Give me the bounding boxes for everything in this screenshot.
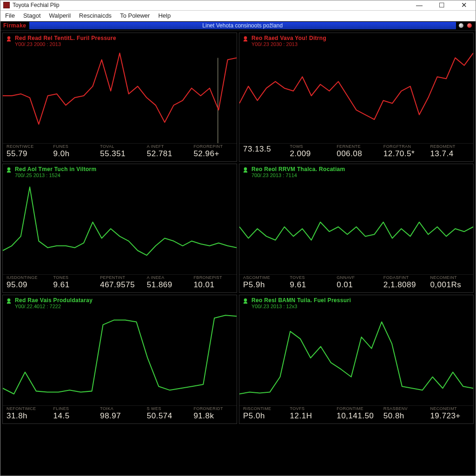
chart-panel[interactable]: Red Rae Vais Produldataray Y00/.22.4012 … [2, 295, 237, 424]
metric-cell: IUSDONTINGE 95.09 [3, 275, 50, 292]
sensor-icon [242, 298, 249, 304]
empty-footer [0, 426, 476, 476]
metric-label: NECOMEINT [430, 276, 469, 280]
svg-point-4 [244, 167, 246, 170]
metrics-row: ASCOMTIME P5.9h TOVES 9.61 GNNAVF 0.01 F… [239, 274, 473, 292]
chart-panel[interactable]: Red Aol Tmer Tuch in Viltorm 700/.25 201… [2, 164, 237, 293]
metric-value: 12.1H [290, 411, 312, 420]
metric-value: 50.8h [383, 411, 404, 420]
metric-label: RISCONTIME [243, 407, 283, 411]
line-chart[interactable] [239, 48, 473, 143]
panel-subtitle: Y00/.23 2030 : 2013 [251, 41, 326, 47]
metric-cell: NEFONTIMCE 31.8h [3, 406, 50, 423]
metric-label: FBRONEPIST [193, 276, 233, 280]
metric-cell: TOVFS 12.1H [286, 406, 333, 423]
metric-label: A INEEA [147, 276, 186, 280]
svg-point-3 [7, 167, 10, 170]
maximize-button[interactable]: ☐ [435, 1, 449, 9]
line-chart[interactable] [3, 179, 237, 274]
menu-rescinaicds[interactable]: Rescinaicds [79, 12, 112, 19]
metric-label: RSASBENV [383, 407, 423, 411]
metric-cell: FOROREPINT 52.96+ [190, 144, 237, 161]
metric-value: 9.0h [53, 149, 70, 158]
sensor-icon [6, 298, 12, 304]
status-bar: Firmake Linet Vehota consinoots požland [0, 21, 476, 31]
metric-value: 0,001Rs [430, 280, 461, 289]
menu-file[interactable]: File [5, 12, 15, 19]
chart-panel[interactable]: Reo Resl BAMN Tuila. Fuel Pressuri Y00/.… [239, 295, 474, 424]
panel-header: Red Read Rel TentitL. Furil Pressure Y00… [3, 33, 237, 48]
metric-cell: 73.13.5 [239, 144, 286, 161]
metric-label: TOVES [290, 276, 330, 280]
metric-cell: TONES 9.61 [50, 275, 97, 292]
panel-subtitle: 700/.25 2013 : 1524 [15, 172, 97, 178]
chart-panel[interactable]: Reo Raed Vava You! Ditrng Y00/.23 2030 :… [239, 33, 474, 162]
metric-label: FORONERIDT [193, 407, 233, 411]
metric-value: 10.01 [193, 280, 214, 289]
line-chart[interactable] [3, 311, 237, 405]
metric-cell: REONTIWCE 55.79 [3, 144, 50, 161]
metric-label: GNNAVF [337, 276, 376, 280]
metric-value: 13.7.4 [430, 149, 453, 158]
metric-value: 9.61 [290, 280, 306, 289]
metric-cell: FORGFTRAN 12.70.5* [380, 144, 427, 161]
panel-subtitle: Y00/.23 2000 : 2013 [15, 41, 116, 47]
svg-point-6 [244, 298, 246, 301]
chart-panel[interactable]: Red Read Rel TentitL. Furil Pressure Y00… [2, 33, 237, 162]
firmware-label: Firmake [0, 22, 29, 29]
metric-cell: PEPENTINT 467.9575 [96, 275, 143, 292]
metric-label: FODASFINT [383, 276, 423, 280]
metric-label: S WES [147, 407, 186, 411]
metric-value: 98.97 [100, 411, 121, 420]
panel-subtitle: 700/.23 2013 : 7114 [251, 172, 345, 178]
metric-cell: RISCONTIME P5.0h [239, 406, 286, 423]
menu-walperil[interactable]: Walperil [49, 12, 71, 19]
metric-cell: FORONERIDT 91.8k [190, 406, 237, 423]
minimize-button[interactable]: — [412, 1, 426, 9]
panel-header: Red Aol Tmer Tuch in Viltorm 700/.25 201… [3, 164, 237, 179]
metric-value: 12.70.5* [383, 149, 415, 158]
metric-value: 50.574 [147, 411, 172, 420]
metric-value: P5.0h [243, 411, 265, 420]
menu-help[interactable]: Help [158, 12, 171, 19]
metric-label: FUNES [53, 145, 93, 149]
app-icon [3, 2, 10, 8]
menubar: File Stagot Walperil Rescinaicds To Pole… [0, 11, 476, 21]
metric-cell: A INEEA 51.869 [143, 275, 190, 292]
line-chart[interactable] [3, 48, 237, 143]
menu-stagot[interactable]: Stagot [23, 12, 41, 19]
metric-cell: TOWS 2.009 [286, 144, 333, 161]
metric-label: NECONEIMT [430, 407, 469, 411]
svg-point-0 [7, 36, 10, 39]
panel-title: Red Rae Vais Produldataray [15, 297, 93, 304]
panel-title: Red Aol Tmer Tuch in Viltorm [15, 166, 97, 172]
chart-panel[interactable]: Reo Reol RRVM Thalca. Rocatiam 700/.23 2… [239, 164, 474, 293]
metric-cell: RSASBENV 50.8h [380, 406, 427, 423]
metric-label: TOVAL [100, 145, 139, 149]
sensor-icon [6, 36, 12, 42]
line-chart[interactable] [239, 179, 473, 274]
chart-grid: Red Read Rel TentitL. Furil Pressure Y00… [0, 31, 476, 426]
metric-label: FERNENTE [337, 145, 376, 149]
metric-cell: FODASFINT 2,1.8089 [380, 275, 427, 292]
metric-value: 55.351 [100, 149, 126, 158]
metric-label: TOVFS [290, 407, 330, 411]
svg-point-5 [7, 298, 10, 301]
titlebar[interactable]: Toyota Fechial Plip — ☐ ✕ [0, 0, 476, 11]
metric-cell: NECOMEINT 0,001Rs [426, 275, 473, 292]
status-indicator-grey-icon [459, 23, 463, 28]
status-message: Linet Vehota consinoots požland [29, 22, 456, 29]
metric-value: 2.009 [290, 149, 311, 158]
close-button[interactable]: ✕ [457, 1, 471, 9]
panel-title: Red Read Rel TentitL. Furil Pressure [15, 35, 116, 41]
metric-cell: ASCOMTIME P5.9h [239, 275, 286, 292]
menu-to-polewer[interactable]: To Polewer [120, 12, 150, 19]
line-chart[interactable] [239, 311, 473, 405]
metric-cell: FERNENTE 006.08 [333, 144, 380, 161]
app-window: Toyota Fechial Plip — ☐ ✕ File Stagot Wa… [0, 0, 476, 476]
metric-value: 73.13.5 [243, 145, 271, 153]
metric-label: TOIKA [100, 407, 139, 411]
metric-label: REONTIWCE [7, 145, 46, 149]
metric-cell: GNNAVF 0.01 [333, 275, 380, 292]
metric-value: P5.9h [243, 280, 265, 289]
